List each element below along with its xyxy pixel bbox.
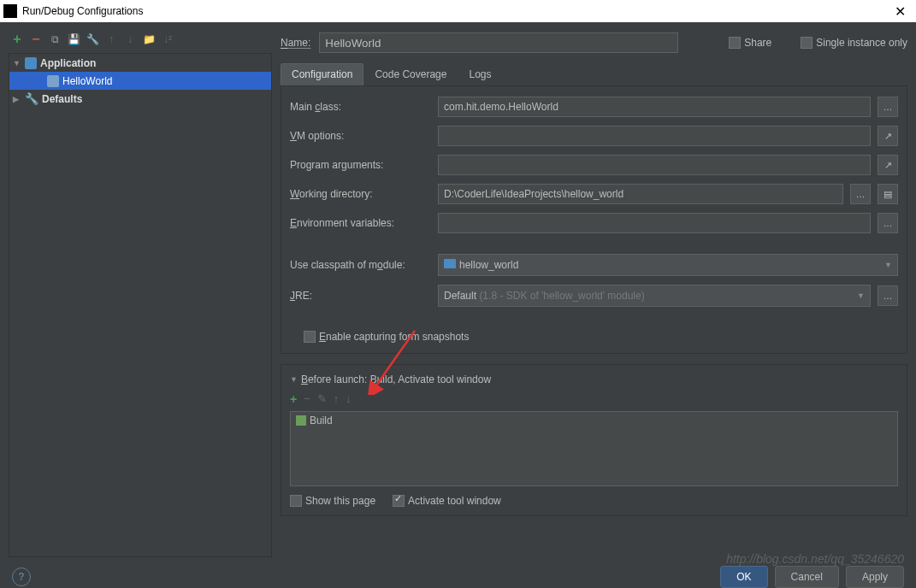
before-launch-list[interactable]: Build [290,411,898,486]
tree-node-helloworld[interactable]: HelloWorld [9,72,271,90]
before-launch-header[interactable]: ▼ Before launch: Build, Activate tool wi… [290,373,898,385]
add-icon[interactable]: + [10,32,24,46]
chevron-down-icon: ▼ [13,59,21,68]
folder-icon [444,259,456,268]
apply-button[interactable]: Apply [846,566,904,588]
ok-button[interactable]: OK [720,566,767,588]
tab-configuration[interactable]: Configuration [281,63,363,85]
down-icon[interactable]: ↓ [123,32,137,46]
list-item[interactable]: Build [291,412,897,429]
edit-task-icon[interactable]: ✎ [317,392,327,406]
browse-env-button[interactable]: … [878,213,898,233]
add-task-icon[interactable]: + [290,392,297,406]
tabs: Configuration Code Coverage Logs [281,63,907,86]
chevron-down-icon: ▼ [884,261,892,269]
env-vars-label: Environment variables: [290,217,431,229]
up-icon[interactable]: ↑ [104,32,118,46]
tab-logs[interactable]: Logs [458,63,502,85]
chevron-right-icon: ▶ [13,95,21,103]
tab-code-coverage[interactable]: Code Coverage [363,63,458,85]
activate-window-checkbox[interactable]: Activate tool window [393,495,501,507]
working-dir-label: Working directory: [290,188,431,200]
titlebar: Run/Debug Configurations ✕ [0,0,916,22]
tree-node-application[interactable]: ▼ Application [9,54,271,72]
name-label: Name: [281,37,310,49]
vm-options-label: VM options: [290,130,431,142]
config-panel: Main class: com.hit.demo.HelloWorld … VM… [281,86,907,354]
before-launch-toolbar: + − ✎ ↑ ↓ [290,391,898,411]
env-vars-input[interactable] [438,213,871,233]
jre-label: JRE: [290,290,431,302]
save-icon[interactable]: 💾 [67,32,80,46]
capture-snapshots-checkbox[interactable]: Enable capturing form snapshots [304,331,469,343]
chevron-down-icon: ▼ [290,375,298,384]
wrench-icon: 🔧 [25,92,38,106]
main-class-input[interactable]: com.hit.demo.HelloWorld [438,97,871,117]
classpath-label: Use classpath of module: [290,259,431,271]
wrench-icon[interactable]: 🔧 [86,32,99,46]
expand-vm-button[interactable]: ↗ [878,126,898,146]
tree-label: Application [40,57,96,69]
share-checkbox[interactable]: Share [729,37,771,49]
program-args-label: Program arguments: [290,159,431,171]
browse-jre-button[interactable]: … [878,285,898,306]
build-icon [296,415,306,426]
browse-dir-button[interactable]: … [850,184,871,204]
application-icon [25,57,37,69]
vm-options-input[interactable] [438,126,871,146]
copy-icon[interactable]: ⧉ [48,32,62,46]
program-args-input[interactable] [438,155,871,175]
application-icon [47,75,59,87]
app-icon [3,4,17,18]
up-task-icon[interactable]: ↑ [334,392,340,406]
window-title: Run/Debug Configurations [22,5,143,17]
remove-icon[interactable]: − [29,32,43,46]
help-button[interactable]: ? [12,567,31,586]
before-launch-panel: ▼ Before launch: Build, Activate tool wi… [281,364,907,516]
cancel-button[interactable]: Cancel [775,566,839,588]
down-task-icon[interactable]: ↓ [346,392,352,406]
sort-icon[interactable]: ↓² [161,32,174,46]
config-tree[interactable]: ▼ Application HelloWorld ▶ 🔧 Defaults [9,53,272,557]
main-class-label: Main class: [290,101,431,113]
remove-task-icon[interactable]: − [304,392,310,406]
list-dir-button[interactable]: ▤ [878,184,898,204]
tree-node-defaults[interactable]: ▶ 🔧 Defaults [9,90,271,108]
close-icon[interactable]: ✕ [888,3,913,20]
name-input[interactable] [319,32,678,53]
jre-dropdown[interactable]: Default (1.8 - SDK of 'hellow_world' mod… [438,285,871,307]
tree-label: Defaults [42,93,82,105]
working-dir-input[interactable]: D:\CoderLife\IdeaProjects\hellow_world [438,184,843,204]
footer: ? OK Cancel Apply [0,557,916,588]
single-instance-checkbox[interactable]: Single instance only [801,37,907,49]
sidebar-toolbar: + − ⧉ 💾 🔧 ↑ ↓ 📁 ↓² [9,29,272,53]
browse-main-class-button[interactable]: … [878,97,898,117]
show-page-checkbox[interactable]: Show this page [290,495,375,507]
expand-args-button[interactable]: ↗ [878,155,898,175]
folder-icon[interactable]: 📁 [142,32,156,46]
chevron-down-icon: ▼ [857,291,865,300]
tree-label: HelloWorld [62,75,112,87]
classpath-dropdown[interactable]: hellow_world ▼ [438,254,898,276]
